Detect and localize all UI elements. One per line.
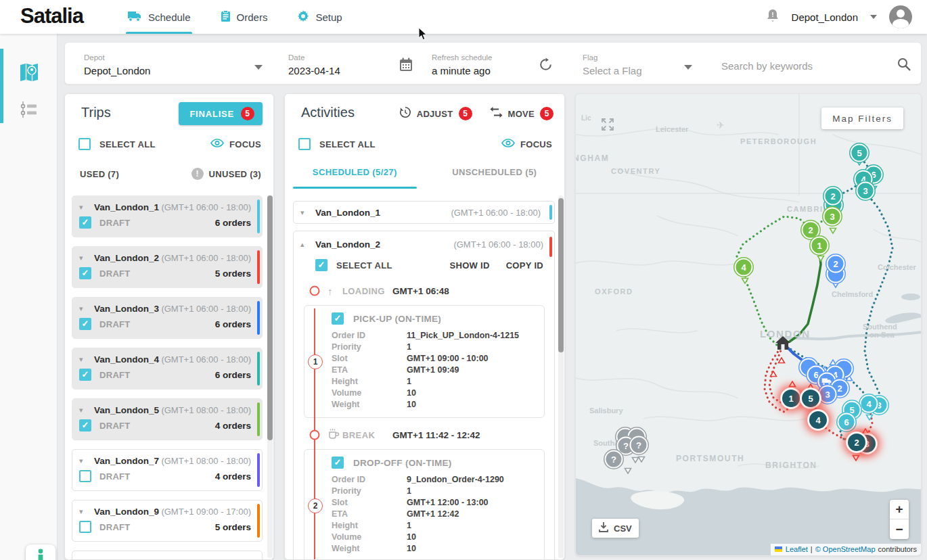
fullscreen-icon[interactable] <box>600 117 615 135</box>
expand-caret-icon[interactable]: ▾ <box>79 457 94 465</box>
map-attribution: Leaflet | © OpenStreetMap contributors <box>771 544 921 555</box>
trip-card[interactable]: ▾Van_London_3(GMT+1 06:00 - 18:00)✓DRAFT… <box>72 297 263 339</box>
trip-card[interactable]: ▾Van_London_5(GMT+1 08:00 - 18:00)✓DRAFT… <box>72 398 263 440</box>
activity-card[interactable]: 1✓PICK-UP (ON-TIME)Order ID11_Pick_UP_Lo… <box>304 305 545 418</box>
trips-scrollbar[interactable] <box>267 195 273 558</box>
trips-used-label[interactable]: USED (7) <box>80 169 119 179</box>
trip-checkbox[interactable]: ✓ <box>79 419 91 431</box>
expand-caret-icon[interactable]: ▾ <box>79 406 94 415</box>
zoom-in-button[interactable]: + <box>890 500 909 519</box>
stop-marker[interactable]: 2 <box>827 255 845 273</box>
tab-scheduled[interactable]: SCHEDULED (5/27) <box>285 159 425 189</box>
stop-marker[interactable]: 5 <box>800 388 821 409</box>
vehicle-row-expanded[interactable]: ▴ Van_London_2 (GMT+1 06:00 - 18:00) <box>294 231 554 252</box>
trips-select-all-checkbox[interactable] <box>78 138 91 150</box>
activities-select-all-checkbox[interactable] <box>298 138 311 150</box>
activities-focus-button[interactable]: FOCUS <box>501 138 552 150</box>
map-filters-button[interactable]: Map Filters <box>821 108 903 129</box>
activities-scrollbar[interactable] <box>558 195 564 558</box>
trip-checkbox[interactable]: ✓ <box>79 267 91 279</box>
depot-field[interactable]: Depot_London <box>84 65 150 76</box>
tab-orders[interactable]: Orders <box>219 0 269 34</box>
trip-card[interactable]: ▾Van_London_2(GMT+1 06:00 - 18:00)✓DRAFT… <box>72 246 263 288</box>
trip-card[interactable] <box>72 551 263 559</box>
depot-caret-icon[interactable] <box>254 65 263 70</box>
expand-caret-icon[interactable]: ▾ <box>300 208 315 217</box>
flag-caret-icon[interactable] <box>684 65 692 70</box>
trip-card[interactable]: ▾Van_London_7(GMT+1 08:00 - 18:00)DRAFT4… <box>72 449 263 491</box>
avatar[interactable] <box>889 5 912 28</box>
trip-order-count: 4 orders <box>215 421 251 431</box>
stop-marker[interactable]: 3 <box>819 386 837 404</box>
trips-focus-button[interactable]: FOCUS <box>210 138 261 150</box>
tab-orders-label: Orders <box>237 11 268 23</box>
search-icon[interactable] <box>897 57 911 74</box>
trip-checkbox[interactable]: ✓ <box>79 369 91 381</box>
stop-marker[interactable]: 6 <box>838 413 856 431</box>
trip-card[interactable]: ▾Van_London_4(GMT+1 06:00 - 18:00)✓DRAFT… <box>72 348 263 390</box>
flag-select[interactable]: Select a Flag <box>583 65 642 76</box>
pegman-button[interactable] <box>26 544 55 560</box>
stop-marker[interactable]: 4 <box>860 395 878 413</box>
notifications-bell-icon[interactable] <box>766 8 779 26</box>
csv-export-button[interactable]: CSV <box>592 519 639 538</box>
map[interactable]: LicLeicesterPETERBOROUGHNGHAMCOVENTRYCAM… <box>575 93 922 556</box>
vehicle-row-collapsed[interactable]: ▾ Van_London_1 (GMT+1 06:00 - 18:00) <box>293 201 555 224</box>
tab-schedule[interactable]: Schedule <box>126 0 192 34</box>
activity-checkbox[interactable]: ✓ <box>332 457 344 469</box>
stop-marker[interactable]: 2 <box>846 432 867 452</box>
copy-id-button[interactable]: COPY ID <box>506 260 543 271</box>
collapse-caret-icon[interactable]: ▴ <box>300 240 315 249</box>
expand-caret-icon[interactable]: ▾ <box>79 254 94 262</box>
depot-icon[interactable] <box>775 335 791 354</box>
trip-status: DRAFT <box>99 370 131 380</box>
stop-marker[interactable]: 2 <box>824 187 842 206</box>
sidebar-item-timeline-view[interactable] <box>20 101 38 120</box>
sidebar-item-map-view[interactable] <box>20 64 39 84</box>
trip-checkbox[interactable] <box>79 470 91 482</box>
expand-caret-icon[interactable]: ▾ <box>79 507 94 516</box>
expand-caret-icon[interactable]: ▾ <box>79 355 94 364</box>
field-label: Slot <box>332 353 407 365</box>
stop-marker[interactable]: 5 <box>851 144 869 162</box>
trip-checkbox[interactable]: ✓ <box>79 216 91 229</box>
stop-marker[interactable]: 4 <box>808 410 828 430</box>
stop-marker[interactable]: 4 <box>735 258 753 277</box>
depot-selector[interactable]: Depot_London <box>792 11 858 23</box>
expand-caret-icon[interactable]: ▾ <box>79 304 94 313</box>
map-place-label: NGHAM <box>575 154 609 163</box>
trips-unused-toggle[interactable]: ! UNUSED (3) <box>191 168 261 180</box>
trip-card[interactable]: ▾Van_London_9(GMT+1 09:00 - 17:00)DRAFT5… <box>72 500 263 542</box>
expand-caret-icon[interactable]: ▾ <box>79 203 94 212</box>
trip-checkbox[interactable]: ✓ <box>79 318 91 330</box>
tab-setup[interactable]: Setup <box>296 0 343 34</box>
activity-checkbox[interactable]: ✓ <box>332 312 344 325</box>
activity-card[interactable]: 2✓DROP-OFF (ON-TIME)Order ID9_London_Ord… <box>304 449 545 559</box>
adjust-button[interactable]: ADJUST 5 <box>399 106 472 121</box>
date-field[interactable]: 2023-04-14 <box>288 65 340 76</box>
stop-marker[interactable]: 1 <box>811 237 829 255</box>
vehicle-select-all-checkbox[interactable]: ✓ <box>315 259 327 271</box>
unscheduled-marker[interactable]: ? <box>605 450 623 469</box>
trip-checkbox[interactable] <box>79 521 91 533</box>
leaflet-link[interactable]: Leaflet <box>786 545 808 553</box>
osm-link[interactable]: © OpenStreetMap <box>815 545 876 553</box>
pegman-icon <box>37 549 45 560</box>
tab-unscheduled[interactable]: UNSCHEDULED (5) <box>425 159 565 189</box>
activity-field: ETAGMT+1 09:49 <box>332 365 536 376</box>
trip-card[interactable]: ▾Van_London_1(GMT+1 06:00 - 18:00)✓DRAFT… <box>72 195 263 237</box>
show-id-button[interactable]: SHOW ID <box>450 260 490 271</box>
search-input[interactable]: Search by keywords <box>721 60 813 72</box>
unscheduled-marker[interactable]: ? <box>630 436 648 454</box>
vehicle-color-bar <box>549 205 552 220</box>
stop-marker[interactable]: 3 <box>823 208 842 226</box>
stop-marker[interactable]: 1 <box>781 388 801 409</box>
calendar-icon[interactable] <box>399 57 413 74</box>
finalise-button[interactable]: FINALISE 5 <box>179 102 263 125</box>
trip-order-count: 4 orders <box>215 471 251 482</box>
stop-marker[interactable]: 3 <box>857 182 875 200</box>
refresh-icon[interactable] <box>539 57 553 74</box>
move-button[interactable]: MOVE 5 <box>490 107 553 120</box>
zoom-out-button[interactable]: − <box>890 519 909 539</box>
chevron-down-icon[interactable] <box>870 15 877 19</box>
